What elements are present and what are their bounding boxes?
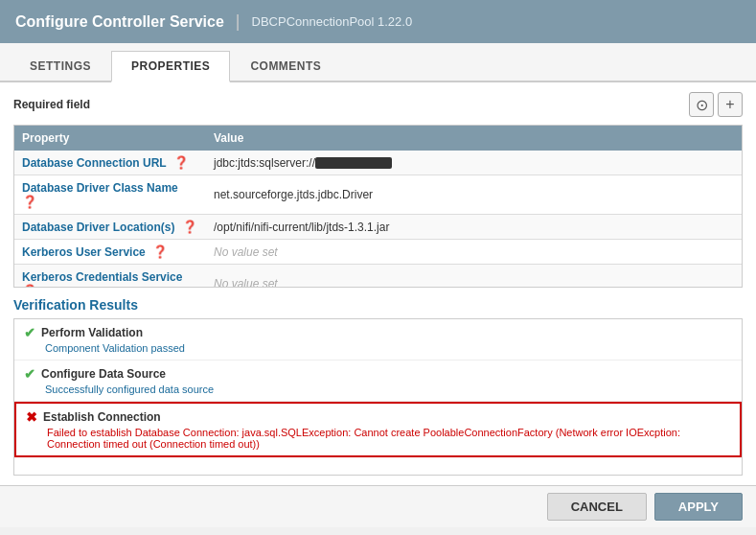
col-header-value: Value [206,126,742,151]
prop-name-cell[interactable]: Database Driver Class Name ❓ [14,175,206,215]
property-name: Database Driver Class Name [22,181,178,195]
property-info-icon[interactable]: ❓ [178,220,197,234]
table-row: Kerberos User Service ❓No value set [14,240,742,265]
col-header-property: Property [14,126,206,151]
verify-success-icon: ✔ [24,325,35,340]
dialog-title: Configure Controller Service [15,13,224,31]
verify-item-name: Perform Validation [41,326,143,339]
properties-table: Property Value Database Connection URL ❓… [14,126,742,288]
redacted-value [315,157,392,169]
tab-properties[interactable]: PROPERTIES [111,51,230,82]
verify-item-detail: Component Validation passed [45,342,732,354]
tab-bar: SETTINGS PROPERTIES COMMENTS [0,43,756,82]
verification-title: Verification Results [13,297,743,313]
verification-item: ✖Establish ConnectionFailed to establish… [14,402,742,457]
cancel-button[interactable]: CANCEL [547,493,647,521]
table-row: Database Connection URL ❓jdbc:jtds:sqlse… [14,151,742,175]
verify-item-header: ✔Perform Validation [24,325,732,340]
prop-name-cell[interactable]: Kerberos User Service ❓ [14,240,206,265]
property-info-icon[interactable]: ❓ [22,284,37,288]
verify-item-header: ✔Configure Data Source [24,366,732,382]
apply-button[interactable]: APPLY [654,493,743,521]
verification-section: Verification Results ✔Perform Validation… [13,297,743,476]
prop-value-cell[interactable]: No value set [206,265,742,289]
table-row: Kerberos Credentials Service ❓No value s… [14,265,742,289]
properties-table-container: Property Value Database Connection URL ❓… [13,125,743,288]
dialog-header: Configure Controller Service | DBCPConne… [0,0,756,43]
table-row: Database Driver Location(s) ❓/opt/nifi/n… [14,215,742,240]
required-field-label: Required field [13,98,90,111]
table-row: Database Driver Class Name ❓net.sourcefo… [14,175,742,215]
tab-comments[interactable]: COMMENTS [230,51,341,81]
verify-item-name: Configure Data Source [41,367,166,381]
prop-value-cell[interactable]: /opt/nifi/nifi-current/lib/jtds-1.3.1.ja… [206,215,742,240]
header-divider: | [236,12,241,32]
prop-name-cell[interactable]: Kerberos Credentials Service ❓ [14,265,206,289]
property-name: Database Connection URL [22,156,167,170]
property-info-icon[interactable]: ❓ [22,195,37,209]
verification-item: ✔Perform ValidationComponent Validation … [14,319,742,361]
prop-name-cell[interactable]: Database Driver Location(s) ❓ [14,215,206,240]
prop-value-cell[interactable]: No value set [206,240,742,265]
dialog-subtitle: DBCPConnectionPool 1.22.0 [252,14,413,29]
verify-item-detail: Failed to establish Database Connection:… [47,427,730,450]
info-circle-button[interactable]: ⊙ [689,92,714,117]
verify-item-name: Establish Connection [43,410,161,424]
verify-item-header: ✖Establish Connection [26,409,730,425]
verify-item-detail: Successfully configured data source [45,384,732,395]
prop-value-cell[interactable]: net.sourceforge.jtds.jdbc.Driver [206,175,742,215]
property-info-icon[interactable]: ❓ [171,155,190,170]
property-name: Database Driver Location(s) [22,221,174,234]
toolbar-icons: ⊙ + [689,92,743,117]
prop-value-text: jdbc:jtds:sqlserver:// [214,156,315,170]
main-content: Required field ⊙ + Property Value Databa… [0,82,756,485]
add-property-button[interactable]: + [718,92,743,117]
verify-success-icon: ✔ [24,366,35,382]
verification-list: ✔Perform ValidationComponent Validation … [13,318,743,476]
property-info-icon[interactable]: ❓ [149,244,169,259]
tab-settings[interactable]: SETTINGS [10,51,111,81]
property-name: Kerberos Credentials Service [22,270,182,284]
required-field-row: Required field ⊙ + [13,92,743,117]
verification-item: ✔Configure Data SourceSuccessfully confi… [14,361,742,402]
prop-value-cell[interactable]: jdbc:jtds:sqlserver:// [206,151,742,175]
verify-error-icon: ✖ [26,409,37,425]
property-name: Kerberos User Service [22,245,146,259]
prop-name-cell[interactable]: Database Connection URL ❓ [14,151,206,175]
dialog-footer: CANCEL APPLY [0,485,756,527]
